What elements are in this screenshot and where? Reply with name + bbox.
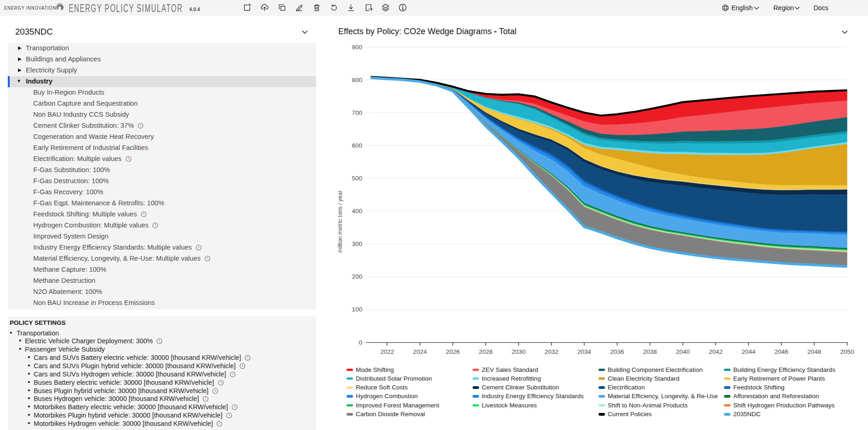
svg-text:2024: 2024 [413,348,427,355]
svg-text:2048: 2048 [807,348,821,355]
svg-text:2050: 2050 [840,348,854,355]
svg-text:2036: 2036 [610,348,624,355]
svg-text:900: 900 [352,44,362,51]
svg-text:2022: 2022 [380,348,394,355]
svg-text:million metric tons / year: million metric tons / year [337,191,343,253]
svg-text:2044: 2044 [742,348,756,355]
svg-text:500: 500 [352,175,362,182]
svg-text:600: 600 [352,142,362,149]
svg-text:800: 800 [352,77,362,84]
svg-text:700: 700 [352,109,362,116]
svg-text:400: 400 [352,208,362,215]
svg-text:100: 100 [352,306,362,313]
svg-text:0: 0 [359,339,362,346]
svg-text:2028: 2028 [479,348,492,355]
svg-text:2030: 2030 [512,348,526,355]
svg-text:2026: 2026 [446,348,460,355]
svg-text:2034: 2034 [577,348,592,355]
svg-text:2038: 2038 [643,348,657,355]
svg-text:2040: 2040 [676,348,690,355]
svg-text:200: 200 [352,273,362,280]
svg-text:2042: 2042 [709,348,723,355]
svg-text:2046: 2046 [774,348,788,355]
svg-text:2032: 2032 [545,348,558,355]
svg-text:300: 300 [352,240,362,247]
